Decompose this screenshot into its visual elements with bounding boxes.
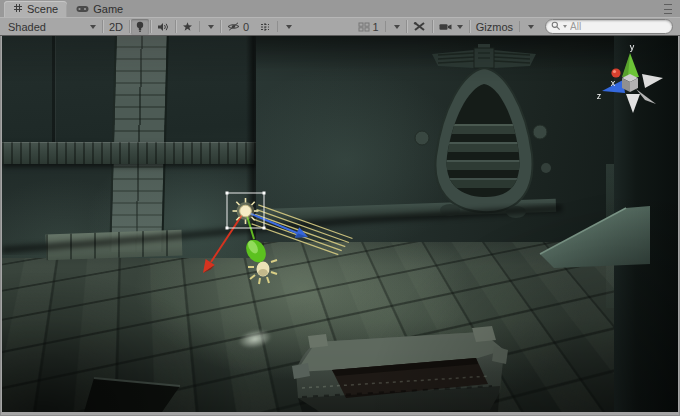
tab-game-label: Game <box>93 3 123 15</box>
speaker-icon <box>157 22 169 32</box>
chevron-down-icon <box>394 25 400 29</box>
grid-visibility-dropdown[interactable] <box>254 19 297 35</box>
gizmos-dropdown[interactable]: Gizmos <box>471 19 539 35</box>
crossed-tools-icon <box>413 21 426 32</box>
snap-settings-dropdown[interactable]: 1 <box>353 19 405 35</box>
eye-slash-icon <box>227 22 240 31</box>
pane-menu-icon[interactable] <box>664 4 672 14</box>
chevron-down-icon <box>457 25 463 29</box>
axis-z-label: z <box>597 91 602 101</box>
tab-scene-label: Scene <box>27 3 58 15</box>
toolbar-right-cluster: 1 Gizmos <box>353 19 677 35</box>
scene-viewport[interactable]: y x z <box>2 36 678 412</box>
audio-toggle[interactable] <box>152 19 174 35</box>
tab-bar: Scene Game <box>0 0 680 17</box>
lighting-toggle[interactable] <box>131 19 149 35</box>
scene-visibility-toggle[interactable]: 0 <box>222 19 254 35</box>
chevron-down-icon <box>286 25 292 29</box>
hidden-count: 0 <box>243 21 249 33</box>
directional-light-icon[interactable] <box>233 198 259 224</box>
chevron-down-icon <box>208 25 214 29</box>
search-input[interactable] <box>567 21 667 32</box>
axis-neg-handle[interactable] <box>642 74 663 88</box>
camera-icon <box>439 23 452 31</box>
move-gizmo-x-handle[interactable] <box>203 215 242 273</box>
separator <box>385 21 386 32</box>
separator <box>199 21 200 32</box>
gamepad-icon <box>76 3 89 15</box>
separator <box>406 20 407 33</box>
scene-toolbar: Shaded 2D <box>0 17 680 36</box>
separator <box>432 20 433 33</box>
camera-settings-dropdown[interactable] <box>434 19 468 35</box>
separator <box>175 20 176 33</box>
axis-x-handle[interactable] <box>611 68 620 77</box>
scene-view-window: Scene Game Shaded 2D <box>0 0 680 416</box>
orientation-gizmo[interactable]: y x z <box>597 42 663 113</box>
shading-mode-label: Shaded <box>8 21 46 33</box>
separator <box>220 20 221 33</box>
grid-icon <box>13 3 23 15</box>
gizmos-label: Gizmos <box>476 21 513 33</box>
grid-axes-icon <box>259 22 271 32</box>
separator <box>150 20 151 33</box>
axis-y-label: y <box>630 42 635 52</box>
separator <box>277 21 278 32</box>
separator <box>469 20 470 33</box>
chevron-down-icon <box>90 25 96 29</box>
grid-2x2-icon <box>358 22 370 32</box>
effects-dropdown[interactable] <box>177 19 219 35</box>
2d-toggle-label: 2D <box>109 21 123 33</box>
2d-toggle[interactable]: 2D <box>104 19 128 35</box>
snap-count: 1 <box>373 21 379 33</box>
gizmo-overlay: y x z <box>2 36 678 412</box>
chevron-down-icon <box>528 25 534 29</box>
point-light-icon[interactable] <box>242 236 277 284</box>
gizmos-search-field[interactable] <box>545 19 673 34</box>
separator <box>129 20 130 33</box>
tab-scene[interactable]: Scene <box>4 1 67 17</box>
directional-light-rays <box>252 205 353 255</box>
sparkle-icon <box>182 22 193 32</box>
tools-button[interactable] <box>408 19 431 35</box>
separator <box>519 21 520 32</box>
axis-neg-handle[interactable] <box>626 94 640 113</box>
magnifier-icon[interactable] <box>551 21 561 33</box>
lightbulb-icon <box>136 21 144 33</box>
axis-x-label: x <box>611 78 616 88</box>
tab-game[interactable]: Game <box>67 1 132 17</box>
separator <box>102 20 103 33</box>
shading-mode-dropdown[interactable]: Shaded <box>3 19 101 35</box>
